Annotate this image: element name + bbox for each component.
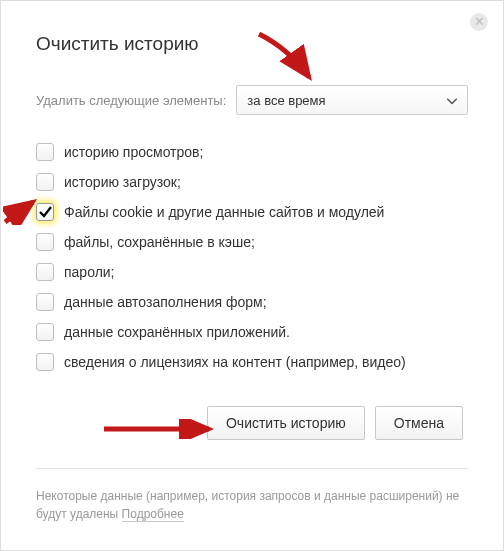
option-row[interactable]: Файлы cookie и другие данные сайтов и мо… [36, 203, 468, 221]
option-label: Файлы cookie и другие данные сайтов и мо… [64, 204, 384, 220]
option-label: файлы, сохранённые в кэше; [64, 234, 255, 250]
chevron-down-icon [447, 93, 457, 108]
dialog-title: Очистить историю [36, 33, 468, 55]
close-icon: ✕ [474, 14, 485, 29]
time-range-row: Удалить следующие элементы: за все время [36, 85, 468, 115]
time-range-select[interactable]: за все время [236, 85, 468, 115]
clear-history-button-label: Очистить историю [226, 415, 346, 431]
checkbox[interactable] [36, 233, 54, 251]
option-row[interactable]: данные сохранённых приложений. [36, 323, 468, 341]
options-list: историю просмотров;историю загрузок;Файл… [36, 143, 468, 371]
time-range-value: за все время [247, 93, 325, 108]
cancel-button-label: Отмена [394, 415, 444, 431]
option-label: данные автозаполнения форм; [64, 294, 267, 310]
checkbox[interactable] [36, 203, 54, 221]
clear-history-button[interactable]: Очистить историю [207, 406, 365, 440]
option-label: сведения о лицензиях на контент (наприме… [64, 354, 406, 370]
clear-history-dialog: ✕ Очистить историю Удалить следующие эле… [1, 1, 503, 543]
checkbox[interactable] [36, 323, 54, 341]
option-label: пароли; [64, 264, 115, 280]
checkbox[interactable] [36, 263, 54, 281]
time-range-label: Удалить следующие элементы: [36, 93, 226, 108]
checkbox[interactable] [36, 173, 54, 191]
close-button[interactable]: ✕ [470, 13, 488, 31]
option-row[interactable]: файлы, сохранённые в кэше; [36, 233, 468, 251]
option-label: историю просмотров; [64, 144, 203, 160]
footer-text: Некоторые данные (например, история запр… [36, 489, 459, 521]
checkbox[interactable] [36, 293, 54, 311]
option-label: историю загрузок; [64, 174, 181, 190]
option-row[interactable]: историю просмотров; [36, 143, 468, 161]
option-label: данные сохранённых приложений. [64, 324, 290, 340]
checkbox[interactable] [36, 353, 54, 371]
footer-more-link[interactable]: Подробнее [122, 507, 184, 522]
button-row: Очистить историю Отмена [36, 406, 468, 440]
option-row[interactable]: историю загрузок; [36, 173, 468, 191]
footer-note: Некоторые данные (например, история запр… [36, 468, 468, 523]
option-row[interactable]: пароли; [36, 263, 468, 281]
checkbox[interactable] [36, 143, 54, 161]
option-row[interactable]: данные автозаполнения форм; [36, 293, 468, 311]
check-icon [38, 205, 52, 219]
cancel-button[interactable]: Отмена [375, 406, 463, 440]
option-row[interactable]: сведения о лицензиях на контент (наприме… [36, 353, 468, 371]
